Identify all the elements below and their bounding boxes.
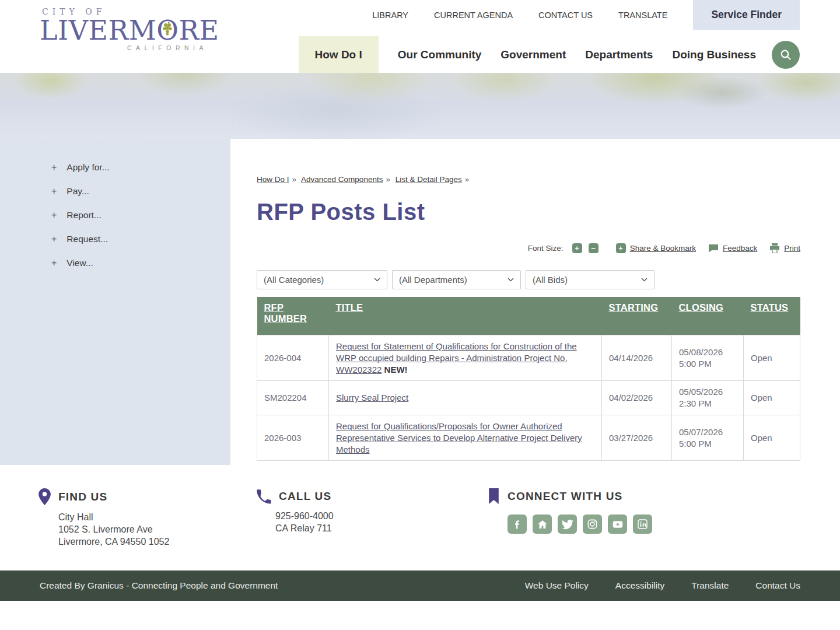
youtube-button[interactable] [608,514,627,534]
rfp-table: RFP NUMBER TITLE STARTING CLOSING STATUS… [257,297,800,461]
sort-header-title[interactable]: TITLE [329,297,602,335]
departments-select[interactable]: (All Departments) [392,270,521,289]
service-finder-button[interactable]: Service Finder [693,0,800,30]
rfp-title-cell: Request for Statement of Qualifications … [329,335,602,381]
expand-icon: + [51,162,57,173]
closing-cell: 05/08/20265:00 PM [672,335,744,381]
starting-cell: 04/14/2026 [602,335,672,381]
bottom-links: Web Use Policy Accessibility Translate C… [525,580,800,591]
new-badge: NEW! [384,365,408,374]
font-size-increase-button[interactable]: + [572,243,582,253]
breadcrumb-link-how-do-i[interactable]: How Do I [257,175,289,184]
utility-link-current-agenda[interactable]: CURRENT AGENDA [434,10,513,20]
table-row: 2026-004 Request for Statement of Qualif… [257,335,800,381]
font-size-decrease-button[interactable]: − [589,243,598,253]
instagram-icon [587,519,598,530]
share-plus-icon: + [616,243,626,253]
table-row: 2026-003 Request for Qualifications/Prop… [257,415,800,460]
utility-link-translate[interactable]: TRANSLATE [618,10,667,20]
find-us-heading: FIND US [38,488,256,505]
sidebar-item-report[interactable]: +Report... [51,210,230,220]
nav-item-doing-business[interactable]: Doing Business [672,48,756,61]
sidebar-item-view[interactable]: +View... [51,258,230,268]
call-us-section: CALL US 925-960-4000 CA Relay 711 [256,488,488,570]
facebook-icon [512,519,523,530]
filter-row: (All Categories) (All Departments) (All … [257,270,800,289]
utility-link-library[interactable]: LIBRARY [372,10,408,20]
linkedin-icon [637,519,648,530]
nextdoor-button[interactable] [533,514,552,534]
bookmark-icon [488,488,500,504]
share-bookmark-button[interactable]: + Share & Bookmark [616,243,696,253]
breadcrumb: How Do I» Advanced Components» List & De… [257,175,800,184]
categories-select[interactable]: (All Categories) [257,270,387,289]
feedback-button[interactable]: Feedback [708,244,757,253]
rfp-title-link[interactable]: Slurry Seal Project [336,393,408,402]
expand-icon: + [51,186,57,197]
twitter-button[interactable] [558,514,577,534]
breadcrumb-separator: » [386,175,390,184]
connect-section: CONNECT WITH US [488,488,652,570]
rfp-title-link[interactable]: Request for Statement of Qualifications … [336,341,577,374]
facebook-button[interactable] [508,514,527,534]
phone-text: 925-960-4000 CA Relay 711 [275,510,488,534]
phone-icon [256,488,271,504]
nav-item-our-community[interactable]: Our Community [398,48,482,61]
feedback-icon [708,244,719,253]
search-button[interactable] [772,41,800,69]
social-icons-row [508,514,652,534]
instagram-button[interactable] [583,514,602,534]
rfp-number-cell: 2026-004 [257,335,329,381]
starting-cell: 03/27/2026 [602,415,672,460]
granicus-credit: Created By Granicus - Connecting People … [40,580,278,591]
breadcrumb-link-list-detail-pages[interactable]: List & Detail Pages [396,175,462,184]
rfp-number-cell: 2026-003 [257,415,329,460]
grape-cluster-icon [161,22,174,36]
main-nav: How Do I Our Community Government Depart… [299,36,800,73]
breadcrumb-link-advanced-components[interactable]: Advanced Components [301,175,383,184]
site-logo[interactable]: CITY OF LIVERMORE CALIFORNIA [40,7,219,51]
site-header: CITY OF LIVERMORE CALIFORNIA LIBRARY CUR… [0,0,840,73]
map-pin-icon [38,488,51,505]
print-icon [769,243,780,253]
sidebar-item-apply-for[interactable]: +Apply for... [51,162,230,173]
accessibility-link[interactable]: Accessibility [615,580,664,591]
nav-item-departments[interactable]: Departments [585,48,653,61]
rfp-title-link[interactable]: Request for Qualifications/Proposals for… [336,421,582,454]
status-cell: Open [744,415,800,460]
table-row: SM202204 Slurry Seal Project 04/02/2026 … [257,381,800,415]
sort-header-rfp-number[interactable]: RFP NUMBER [257,297,329,335]
breadcrumb-separator: » [465,175,470,184]
rfp-title-cell: Request for Qualifications/Proposals for… [329,415,602,460]
sidebar: +Apply for... +Pay... +Report... +Reques… [0,139,230,465]
rfp-number-cell: SM202204 [257,381,329,415]
hero-image [0,73,840,139]
nav-item-how-do-i[interactable]: How Do I [299,36,379,73]
utility-nav: LIBRARY CURRENT AGENDA CONTACT US TRANSL… [372,0,800,30]
bids-select[interactable]: (All Bids) [526,270,654,289]
site-footer: FIND US City Hall 1052 S. Livermore Ave … [0,465,840,601]
sidebar-item-request[interactable]: +Request... [51,234,230,244]
nav-item-government[interactable]: Government [501,48,566,61]
status-cell: Open [744,381,800,415]
expand-icon: + [51,258,57,268]
contact-us-link[interactable]: Contact Us [755,580,800,591]
bottom-bar: Created By Granicus - Connecting People … [0,570,840,601]
sort-header-starting[interactable]: STARTING [602,297,672,335]
main-wrap: +Apply for... +Pay... +Report... +Reques… [0,139,840,465]
print-button[interactable]: Print [769,243,800,253]
translate-link[interactable]: Translate [691,580,729,591]
web-use-policy-link[interactable]: Web Use Policy [525,580,589,591]
sort-header-status[interactable]: STATUS [744,297,800,335]
expand-icon: + [51,234,57,244]
search-icon [779,48,792,61]
address-text: City Hall 1052 S. Livermore Ave Livermor… [58,511,256,548]
utility-link-contact-us[interactable]: CONTACT US [538,10,593,20]
closing-cell: 05/07/20265:00 PM [672,415,744,460]
linkedin-button[interactable] [633,514,652,534]
page-toolbar: Font Size: + − + Share & Bookmark Feedba… [257,243,800,253]
nextdoor-icon [537,519,548,530]
youtube-icon [612,519,624,530]
sidebar-item-pay[interactable]: +Pay... [51,186,230,197]
sort-header-closing[interactable]: CLOSING [672,297,744,335]
